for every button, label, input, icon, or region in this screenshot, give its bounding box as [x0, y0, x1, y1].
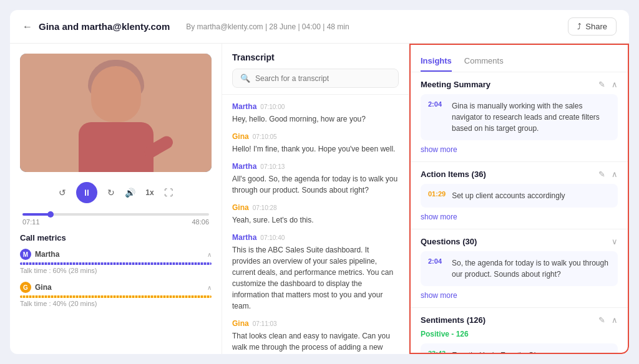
transcript-panel: Transcript 🔍 Martha 07:10:00 Hey, hello.…	[222, 44, 409, 354]
gina-talk-bar	[20, 295, 212, 298]
action-items-edit-icon[interactable]: ✎	[598, 170, 605, 179]
action-items-title: Action Items (36)	[421, 170, 486, 179]
message-2-speaker: Gina 07:10:05	[232, 132, 399, 141]
page-title: Gina and martha@klenty.com	[39, 21, 170, 32]
participant-gina-header: G Gina ∧	[20, 282, 212, 293]
gina-talk-time: Talk time : 40% (20 mins)	[20, 300, 212, 307]
message-5-text: This is the ABC Sales Suite dashboard. I…	[232, 244, 399, 312]
pause-button[interactable]: ⏸	[76, 182, 97, 203]
header: ← Gina and martha@klenty.com By martha@k…	[10, 10, 629, 44]
action-items-item-1: 01:29 Set up client accounts accordingly	[421, 184, 618, 208]
martha-label: Martha	[35, 250, 59, 259]
share-icon: ⤴	[577, 22, 582, 31]
transcript-messages: Martha 07:10:00 Hey, hello. Good morning…	[222, 95, 409, 354]
time-4: 07:10:28	[253, 204, 277, 211]
message-5: Martha 07:10:40 This is the ABC Sales Su…	[232, 233, 399, 312]
speed-button[interactable]: 1x	[145, 188, 154, 197]
action-items-show-more[interactable]: show more	[421, 213, 618, 221]
gina-chevron-icon[interactable]: ∧	[207, 284, 212, 291]
speaker-gina-2: Gina	[232, 203, 249, 212]
speaker-gina-3: Gina	[232, 319, 249, 328]
message-2: Gina 07:10:05 Hello! I'm fine, thank you…	[232, 132, 399, 155]
transcript-header: Transcript 🔍	[222, 44, 409, 95]
message-4-text: Yeah, sure. Let's do this.	[232, 214, 399, 226]
fullscreen-icon: ⛶	[164, 188, 173, 198]
meeting-summary-collapse-icon[interactable]: ∧	[612, 80, 618, 89]
main-content: ↺ ⏸ ↻ 🔊 1x ⛶	[10, 44, 629, 354]
rewind-icon: ↺	[59, 188, 66, 198]
martha-chevron-icon[interactable]: ∧	[207, 251, 212, 258]
questions-show-more[interactable]: show more	[421, 291, 618, 300]
questions-actions: ∨	[612, 237, 618, 246]
insights-panel: Insights Comments Meeting Summary ✎ ∧ 2:	[409, 44, 629, 354]
transcript-search-box[interactable]: 🔍	[232, 69, 399, 88]
tab-insights[interactable]: Insights	[421, 51, 452, 72]
participant-martha-header: M Martha ∧	[20, 249, 212, 260]
message-3-speaker: Martha 07:10:13	[232, 162, 399, 171]
volume-icon: 🔊	[125, 188, 135, 198]
metrics-title: Call metrics	[20, 233, 212, 242]
gina-name: G Gina	[20, 282, 52, 293]
meeting-summary-time-1: 2:04	[428, 100, 446, 108]
progress-fill	[22, 213, 51, 216]
progress-bar[interactable]	[22, 213, 209, 216]
sentiments-header[interactable]: Sentiments (126) ✎ ∧	[421, 315, 618, 325]
volume-button[interactable]: 🔊	[125, 188, 135, 198]
time-6: 07:11:03	[253, 320, 277, 327]
time-2: 07:10:05	[253, 133, 277, 140]
search-icon: 🔍	[240, 74, 250, 83]
message-6-speaker: Gina 07:11:03	[232, 319, 399, 328]
message-1-speaker: Martha 07:10:00	[232, 102, 399, 111]
speaker-gina-1: Gina	[232, 132, 249, 141]
participant-martha: M Martha ∧ Talk time : 60% (28 mins)	[20, 249, 212, 274]
transcript-title: Transcript	[232, 52, 399, 62]
questions-text-1: So, the agenda for today is to walk you …	[452, 257, 610, 280]
sentiments-collapse-icon[interactable]: ∧	[612, 315, 618, 325]
header-meta: By martha@klenty.com | 28 June | 04:00 |…	[186, 22, 349, 31]
share-button[interactable]: ⤴ Share	[568, 17, 617, 36]
forward-icon: ↻	[107, 188, 115, 198]
questions-time-1: 2:04	[428, 257, 446, 265]
sentiments-positive-label: Positive - 126	[421, 330, 618, 338]
section-action-items: Action Items (36) ✎ ∧ 01:29 Set up clien…	[411, 162, 628, 229]
time-1: 07:10:00	[260, 103, 285, 110]
call-metrics: Call metrics M Martha ∧ Talk time : 60% …	[20, 233, 212, 344]
time-labels: 07:11 48:06	[22, 218, 209, 226]
message-4-speaker: Gina 07:10:28	[232, 203, 399, 212]
rewind-button[interactable]: ↺	[59, 188, 66, 198]
meeting-summary-header[interactable]: Meeting Summary ✎ ∧	[421, 80, 618, 89]
action-items-collapse-icon[interactable]: ∧	[612, 170, 618, 179]
back-button[interactable]: ←	[22, 21, 32, 32]
speaker-martha-2: Martha	[232, 162, 256, 171]
questions-collapse-icon[interactable]: ∨	[612, 237, 618, 246]
gina-avatar: G	[20, 282, 31, 293]
video-controls: ↺ ⏸ ↻ 🔊 1x ⛶	[20, 180, 212, 206]
message-6-text: That looks clean and easy to navigate. C…	[232, 330, 399, 354]
search-input[interactable]	[255, 74, 391, 83]
sentiments-edit-icon[interactable]: ✎	[598, 315, 605, 325]
person-body	[79, 122, 154, 172]
tab-comments[interactable]: Comments	[464, 51, 504, 72]
forward-button[interactable]: ↻	[107, 188, 115, 198]
questions-title: Questions (30)	[421, 237, 477, 246]
speaker-martha-3: Martha	[232, 233, 256, 242]
martha-avatar: M	[20, 249, 31, 260]
video-placeholder	[20, 54, 212, 172]
message-1: Martha 07:10:00 Hey, hello. Good morning…	[232, 102, 399, 125]
meeting-summary-edit-icon[interactable]: ✎	[598, 80, 605, 89]
sentiments-text-1: Exactly. Yeah. Exactly. Okay.	[452, 350, 547, 353]
meeting-summary-actions: ✎ ∧	[598, 80, 618, 89]
sentiments-actions: ✎ ∧	[598, 315, 618, 325]
message-5-speaker: Martha 07:10:40	[232, 233, 399, 242]
left-panel: ↺ ⏸ ↻ 🔊 1x ⛶	[10, 44, 222, 354]
action-items-header[interactable]: Action Items (36) ✎ ∧	[421, 170, 618, 179]
message-6: Gina 07:11:03 That looks clean and easy …	[232, 319, 399, 354]
meeting-summary-show-more[interactable]: show more	[421, 145, 618, 154]
questions-header[interactable]: Questions (30) ∨	[421, 237, 618, 246]
gina-label: Gina	[35, 283, 52, 292]
progress-container: 07:11 48:06	[20, 213, 212, 226]
fullscreen-button[interactable]: ⛶	[164, 188, 173, 198]
martha-talk-bar	[20, 262, 212, 265]
martha-talk-time: Talk time : 60% (28 mins)	[20, 267, 212, 274]
sentiments-title: Sentiments (126)	[421, 315, 485, 325]
